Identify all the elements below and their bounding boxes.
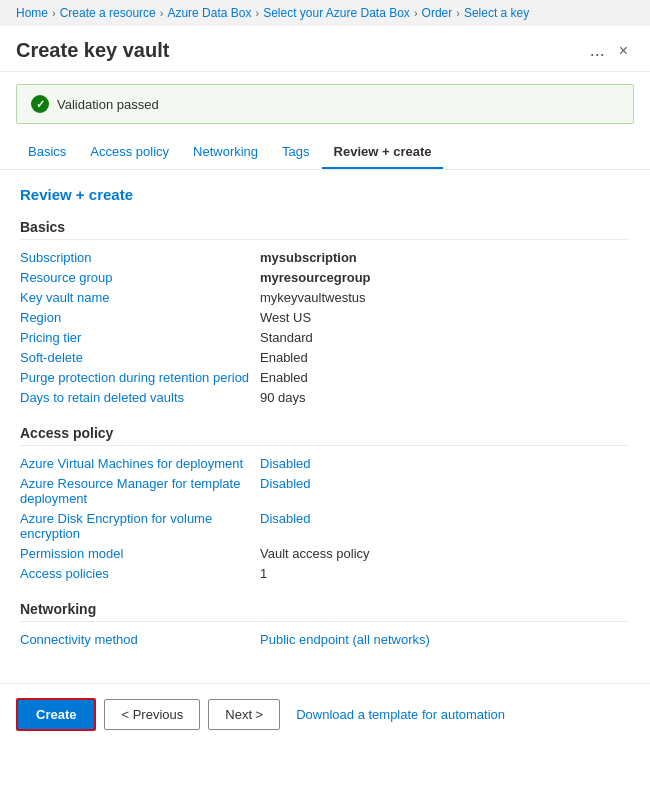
validation-bar: Validation passed <box>16 84 634 124</box>
purge-protection-value: Enabled <box>260 370 630 385</box>
table-row: Azure Virtual Machines for deployment Di… <box>20 456 630 471</box>
validation-checkmark-icon <box>31 95 49 113</box>
region-value: West US <box>260 310 630 325</box>
soft-delete-value: Enabled <box>260 350 630 365</box>
tab-networking[interactable]: Networking <box>181 136 270 169</box>
main-content: Review + create Basics Subscription mysu… <box>0 170 650 683</box>
key-vault-name-value: mykeyvaultwestus <box>260 290 630 305</box>
breadcrumb-order[interactable]: Order <box>422 6 453 20</box>
tab-tags[interactable]: Tags <box>270 136 321 169</box>
arm-deployment-label: Azure Resource Manager for template depl… <box>20 476 260 506</box>
resource-group-label: Resource group <box>20 270 260 285</box>
table-row: Connectivity method Public endpoint (all… <box>20 632 630 647</box>
breadcrumb-home[interactable]: Home <box>16 6 48 20</box>
table-row: Region West US <box>20 310 630 325</box>
footer-bar: Create < Previous Next > Download a temp… <box>0 683 650 745</box>
connectivity-method-label: Connectivity method <box>20 632 260 647</box>
resource-group-value: myresourcegroup <box>260 270 630 285</box>
pricing-tier-value: Standard <box>260 330 630 345</box>
ellipsis-button[interactable]: ... <box>582 38 613 63</box>
days-retain-label: Days to retain deleted vaults <box>20 390 260 405</box>
breadcrumb-select-data-box[interactable]: Select your Azure Data Box <box>263 6 410 20</box>
soft-delete-label: Soft-delete <box>20 350 260 365</box>
key-vault-name-label: Key vault name <box>20 290 260 305</box>
validation-text: Validation passed <box>57 97 159 112</box>
table-row: Permission model Vault access policy <box>20 546 630 561</box>
table-row: Azure Resource Manager for template depl… <box>20 476 630 506</box>
breadcrumb-azure-data-box[interactable]: Azure Data Box <box>167 6 251 20</box>
access-policy-section: Access policy Azure Virtual Machines for… <box>20 425 630 581</box>
panel-header: Create key vault ... × <box>0 26 650 72</box>
region-label: Region <box>20 310 260 325</box>
review-section-title: Review + create <box>20 186 630 203</box>
disk-encryption-value: Disabled <box>260 511 630 526</box>
subscription-label: Subscription <box>20 250 260 265</box>
download-template-link[interactable]: Download a template for automation <box>288 700 513 729</box>
close-button[interactable]: × <box>613 40 634 62</box>
table-row: Soft-delete Enabled <box>20 350 630 365</box>
breadcrumb-create-resource[interactable]: Create a resource <box>60 6 156 20</box>
subscription-value: mysubscription <box>260 250 630 265</box>
connectivity-method-value: Public endpoint (all networks) <box>260 632 630 647</box>
access-policies-label: Access policies <box>20 566 260 581</box>
access-policy-heading: Access policy <box>20 425 630 446</box>
table-row: Resource group myresourcegroup <box>20 270 630 285</box>
pricing-tier-label: Pricing tier <box>20 330 260 345</box>
access-policies-value: 1 <box>260 566 630 581</box>
disk-encryption-label: Azure Disk Encryption for volume encrypt… <box>20 511 260 541</box>
networking-heading: Networking <box>20 601 630 622</box>
table-row: Key vault name mykeyvaultwestus <box>20 290 630 305</box>
arm-deployment-value: Disabled <box>260 476 630 491</box>
tab-basics[interactable]: Basics <box>16 136 78 169</box>
permission-model-label: Permission model <box>20 546 260 561</box>
permission-model-value: Vault access policy <box>260 546 630 561</box>
breadcrumb: Home › Create a resource › Azure Data Bo… <box>0 0 650 26</box>
vm-deployment-value: Disabled <box>260 456 630 471</box>
table-row: Purge protection during retention period… <box>20 370 630 385</box>
table-row: Subscription mysubscription <box>20 250 630 265</box>
create-button[interactable]: Create <box>16 698 96 731</box>
table-row: Pricing tier Standard <box>20 330 630 345</box>
tab-access-policy[interactable]: Access policy <box>78 136 181 169</box>
purge-protection-label: Purge protection during retention period <box>20 370 260 385</box>
panel-title: Create key vault <box>16 39 576 62</box>
tab-review-create[interactable]: Review + create <box>322 136 444 169</box>
table-row: Days to retain deleted vaults 90 days <box>20 390 630 405</box>
next-button[interactable]: Next > <box>208 699 280 730</box>
table-row: Azure Disk Encryption for volume encrypt… <box>20 511 630 541</box>
days-retain-value: 90 days <box>260 390 630 405</box>
breadcrumb-select-key[interactable]: Select a key <box>464 6 529 20</box>
tabs-bar: Basics Access policy Networking Tags Rev… <box>0 136 650 170</box>
basics-heading: Basics <box>20 219 630 240</box>
vm-deployment-label: Azure Virtual Machines for deployment <box>20 456 260 471</box>
networking-section: Networking Connectivity method Public en… <box>20 601 630 647</box>
previous-button[interactable]: < Previous <box>104 699 200 730</box>
basics-section: Basics Subscription mysubscription Resou… <box>20 219 630 405</box>
table-row: Access policies 1 <box>20 566 630 581</box>
